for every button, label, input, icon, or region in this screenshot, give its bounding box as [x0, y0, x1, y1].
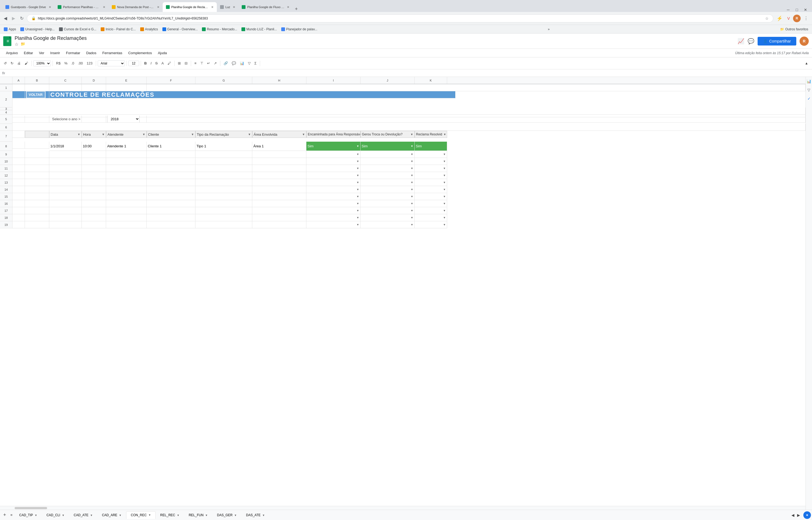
formula-input[interactable] — [7, 71, 810, 75]
tab-guestposts[interactable]: Guestposts - Google Drive ✕ — [2, 2, 54, 12]
cell-h10[interactable] — [252, 158, 306, 165]
cell-d7-hora[interactable]: Hora ▼ — [82, 131, 106, 138]
zoom-select[interactable]: 100% — [33, 60, 51, 67]
font-size-input[interactable] — [128, 61, 139, 66]
row-header-6[interactable]: 6 — [0, 124, 12, 131]
i12-arrow[interactable]: ▼ — [357, 174, 359, 177]
currency-button[interactable]: R$ — [54, 60, 62, 67]
cell-j7-gerou[interactable]: Gerou Troca ou Devolução? ▼ — [361, 131, 415, 138]
sheet-tab-arrow-con-rec[interactable]: ▼ — [148, 514, 151, 517]
menu-complementos[interactable]: Complementos — [125, 50, 155, 56]
halign-button[interactable]: ≡ — [193, 60, 198, 67]
cell-f13[interactable] — [147, 179, 195, 186]
row-header-2[interactable]: 2 — [0, 91, 12, 107]
bookmark-unassigned[interactable]: Unassigned - Help... — [19, 27, 56, 32]
col-cliente-filter[interactable]: ▼ — [191, 133, 194, 136]
cell-j8-arrow[interactable]: ▼ — [411, 145, 413, 148]
cell-e11[interactable] — [106, 165, 147, 172]
cell-f11[interactable] — [147, 165, 195, 172]
cell-e14[interactable] — [106, 186, 147, 193]
cell-f7-cliente[interactable]: Cliente ▼ — [147, 131, 195, 138]
account-button-r[interactable]: R — [793, 15, 801, 22]
cell-d1[interactable] — [82, 84, 106, 91]
cell-f17[interactable] — [147, 207, 195, 214]
cell-g18[interactable] — [195, 214, 252, 221]
i15-arrow[interactable]: ▼ — [357, 195, 359, 198]
bookmarks-more[interactable]: » — [546, 27, 552, 32]
cell-g13[interactable] — [195, 179, 252, 186]
cell-i7-encaminhada[interactable]: Encaminhada para Área Responsável? ▼ — [306, 131, 361, 138]
cell-d13[interactable] — [82, 179, 106, 186]
cell-g16[interactable] — [195, 200, 252, 207]
col-header-d[interactable]: D — [82, 77, 106, 84]
cell-h7-area[interactable]: Área Envolvida ▼ — [252, 131, 306, 138]
merge-button[interactable]: ⊟ — [183, 60, 189, 67]
tab-close-5[interactable]: ✕ — [233, 5, 235, 9]
row-header-11[interactable]: 11 — [0, 165, 12, 172]
cell-j17[interactable]: ▼ — [361, 207, 415, 214]
italic-button[interactable]: I — [149, 60, 153, 67]
cell-i12[interactable]: ▼ — [306, 172, 361, 179]
col-hora-filter[interactable]: ▼ — [102, 133, 105, 136]
col-header-g[interactable]: G — [195, 77, 252, 84]
sheet-tab-das-ate[interactable]: DAS_ATE ▼ — [242, 511, 270, 519]
extensions-button[interactable]: ⚡ — [775, 14, 784, 23]
k9-arrow[interactable]: ▼ — [443, 153, 446, 156]
refresh-button[interactable]: ↻ — [19, 14, 25, 23]
cell-k18[interactable]: ▼ — [415, 214, 447, 221]
row-header-3[interactable]: 3 — [0, 107, 12, 110]
col-header-a[interactable]: A — [12, 77, 25, 84]
cell-c18[interactable] — [49, 214, 82, 221]
cell-d14[interactable] — [82, 186, 106, 193]
cell-h14[interactable] — [252, 186, 306, 193]
cell-e8[interactable]: Atendente 1 — [106, 141, 147, 151]
sheet-tab-arrow-rel-rec[interactable]: ▼ — [177, 514, 179, 517]
row-header-16[interactable]: 16 — [0, 200, 12, 207]
cell-k17[interactable]: ▼ — [415, 207, 447, 214]
col-tipo-filter[interactable]: ▼ — [248, 133, 251, 136]
cell-d10[interactable] — [82, 158, 106, 165]
k19-arrow[interactable]: ▼ — [443, 223, 446, 226]
row-header-19[interactable]: 19 — [0, 221, 12, 228]
cell-d19[interactable] — [82, 221, 106, 228]
j11-arrow[interactable]: ▼ — [411, 167, 413, 170]
cell-c15[interactable] — [49, 193, 82, 200]
col-gerou-filter[interactable]: ▼ — [410, 133, 413, 136]
col-data-filter[interactable]: ▼ — [77, 133, 80, 136]
voltar-button[interactable]: VOLTAR — [26, 91, 46, 98]
j19-arrow[interactable]: ▼ — [411, 223, 413, 226]
i18-arrow[interactable]: ▼ — [357, 216, 359, 219]
sheet-tab-arrow-cad-cli[interactable]: ▼ — [62, 514, 64, 517]
cell-d8[interactable]: 10:00 — [82, 141, 106, 151]
col-header-f[interactable]: F — [147, 77, 195, 84]
strikethrough-button[interactable]: S — [154, 60, 160, 67]
cell-e16[interactable] — [106, 200, 147, 207]
cell-j19[interactable]: ▼ — [361, 221, 415, 228]
comment-button[interactable]: 💬 — [230, 60, 237, 67]
cell-k19[interactable]: ▼ — [415, 221, 447, 228]
cell-e13[interactable] — [106, 179, 147, 186]
cell-h11[interactable] — [252, 165, 306, 172]
bookmark-cursos[interactable]: Cursos de Excel e G... — [57, 27, 98, 32]
cell-h16[interactable] — [252, 200, 306, 207]
k16-arrow[interactable]: ▼ — [443, 202, 446, 205]
address-bar[interactable]: 🔒 https://docs.google.com/spreadsheets/d… — [27, 15, 773, 23]
star-title-icon[interactable]: ☆ — [15, 42, 19, 47]
sidebar-check-icon[interactable]: ✓ — [807, 97, 811, 101]
cell-f19[interactable] — [147, 221, 195, 228]
cell-c17[interactable] — [49, 207, 82, 214]
i9-arrow[interactable]: ▼ — [357, 153, 359, 156]
tab-planilha-reclamacoes[interactable]: Planilha Google de Reclam... ✕ — [163, 2, 217, 12]
horizontal-scrollbar[interactable] — [0, 506, 806, 510]
j13-arrow[interactable]: ▼ — [411, 181, 413, 184]
row-header-10[interactable]: 10 — [0, 158, 12, 165]
cell-j10[interactable]: ▼ — [361, 158, 415, 165]
row-header-15[interactable]: 15 — [0, 193, 12, 200]
cell-i8-arrow[interactable]: ▼ — [357, 145, 359, 148]
menu-ajuda[interactable]: Ajuda — [155, 50, 169, 56]
cell-j15[interactable]: ▼ — [361, 193, 415, 200]
cell-d16[interactable] — [82, 200, 106, 207]
row-header-1[interactable]: 1 — [0, 84, 12, 91]
sheet-tab-arrow-das-ger[interactable]: ▼ — [234, 514, 237, 517]
cell-k12[interactable]: ▼ — [415, 172, 447, 179]
